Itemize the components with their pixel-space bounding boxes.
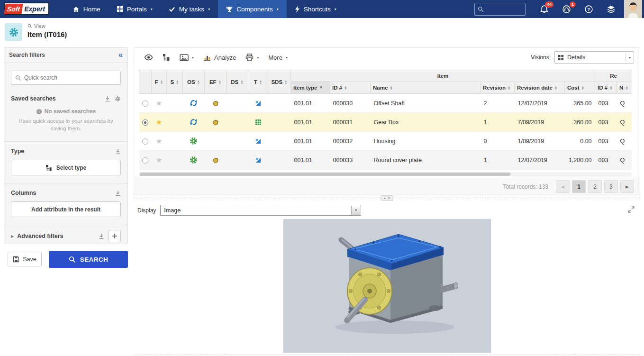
eye-icon <box>144 54 153 61</box>
results-table: F▲▼ S▲▼ OS▲▼ EF▲▼ DS▲▼ T▲▼ SDS▲▼ Item Re… <box>139 70 632 170</box>
search-filters-panel: Search filters « Saved searches No saved… <box>4 47 128 244</box>
structure-button[interactable] <box>158 51 174 64</box>
sort-icon: ▲▼ <box>554 85 557 90</box>
table-row[interactable]: ★ 001.01 000033 Round cover plate 1 12/0… <box>139 151 632 170</box>
column-header-re-n[interactable]: N▲▼ <box>617 82 632 94</box>
display-select[interactable]: Image ▾ <box>160 205 361 216</box>
pin-icon[interactable] <box>105 96 110 102</box>
nav-label: Portals <box>127 6 147 13</box>
nav-label: Home <box>83 6 100 13</box>
print-button[interactable]: ▾ <box>241 51 263 64</box>
saved-searches-title: Saved searches <box>11 95 56 102</box>
notifications-button[interactable]: 44 <box>533 0 555 18</box>
sync-icon <box>190 118 198 126</box>
floppy-icon <box>13 256 19 263</box>
table-row[interactable]: ★ 001.01 000030 Offset Shaft 2 12/07/201… <box>139 94 632 113</box>
tree-icon <box>45 164 52 171</box>
visions-dropdown[interactable]: Details ▾ <box>554 51 634 64</box>
column-header-re-id[interactable]: ID #▲▼ <box>595 82 617 94</box>
row-radio[interactable] <box>142 119 148 126</box>
group-header-re: Re <box>595 70 632 82</box>
save-search-button[interactable]: Save <box>8 252 42 266</box>
column-header-ds[interactable]: DS▲▼ <box>227 70 248 94</box>
nav-portals[interactable]: Portals ▾ <box>109 0 161 18</box>
row-radio[interactable] <box>142 157 148 164</box>
sort-icon: ▲▼ <box>625 85 628 90</box>
sync-icon <box>190 99 198 107</box>
add-filter-button[interactable] <box>109 230 121 242</box>
column-header-id[interactable]: ID #▲▼ <box>330 82 371 94</box>
row-radio[interactable] <box>142 138 148 145</box>
column-header-s[interactable]: S▲▼ <box>167 70 183 94</box>
column-header-f[interactable]: F▲▼ <box>152 70 167 94</box>
select-type-button[interactable]: Select type <box>11 160 121 175</box>
analyze-button[interactable]: Analyze <box>199 51 240 64</box>
sort-desc-icon: ▼ <box>319 85 323 90</box>
gear-icon[interactable] <box>115 96 121 102</box>
display-image-button[interactable]: ▾ <box>175 51 198 64</box>
add-attribute-button[interactable]: Add attribute in the result <box>11 201 121 217</box>
pin-icon[interactable] <box>99 233 104 239</box>
logo-soft-text: Soft <box>4 4 23 14</box>
favorite-star-icon[interactable]: ★ <box>156 156 162 164</box>
modules-button[interactable] <box>600 0 622 18</box>
nav-my-tasks[interactable]: My tasks ▾ <box>161 0 218 18</box>
column-header-ef[interactable]: EF▲▼ <box>205 70 227 94</box>
advanced-filters-row[interactable]: ▶ Advanced filters <box>11 230 121 242</box>
column-header-item-type[interactable]: Item type▼ <box>291 82 330 94</box>
layers-icon <box>607 5 616 14</box>
page-title: Item (IT016) <box>27 30 67 38</box>
horizontal-scrollbar[interactable] <box>139 172 632 176</box>
nav-components[interactable]: Components ▾ <box>218 0 287 18</box>
favorite-star-icon[interactable]: ★ <box>156 99 162 107</box>
column-header-revision-date[interactable]: Revision date▲▼ <box>515 82 565 94</box>
search-icon <box>15 75 21 81</box>
view-record-button[interactable] <box>140 51 157 64</box>
sort-icon: ▲▼ <box>176 80 179 84</box>
global-search-input[interactable] <box>486 6 524 12</box>
help-button[interactable]: ? <box>578 0 600 18</box>
next-page-button[interactable]: ▶ <box>620 180 634 193</box>
collapse-sidebar-icon[interactable]: « <box>118 51 123 59</box>
scrollbar-thumb[interactable] <box>140 173 510 176</box>
table-row-selected[interactable]: ★ 001.01 000031 Gear Box 1 7/09/2019 360… <box>139 113 632 132</box>
column-header-name[interactable]: Name▲▼ <box>371 82 481 94</box>
panel-splitter[interactable]: ▲▼ <box>134 198 640 198</box>
user-avatar[interactable] <box>624 0 642 18</box>
quick-search-input[interactable] <box>24 74 112 81</box>
sort-icon: ▲▼ <box>218 80 221 84</box>
chevron-down-icon: ▾ <box>208 7 210 11</box>
row-radio[interactable] <box>142 100 148 107</box>
printer-icon <box>245 54 254 61</box>
expand-panel-button[interactable] <box>627 206 635 213</box>
sort-icon: ▲▼ <box>508 85 510 90</box>
column-header-os[interactable]: OS▲▼ <box>183 70 205 94</box>
softexpert-logo[interactable]: Soft Expert <box>4 2 49 15</box>
page-button-3[interactable]: 3 <box>604 180 618 193</box>
table-row[interactable]: ★ 001.01 000032 Housing 0 1/09/2019 0.00… <box>139 132 632 151</box>
prev-page-button[interactable]: ◀ <box>556 180 570 193</box>
page-button-2[interactable]: 2 <box>588 180 602 193</box>
quick-search-box[interactable] <box>11 71 121 85</box>
search-button[interactable]: SEARCH <box>49 251 128 268</box>
advanced-filters-label: Advanced filters <box>17 233 63 239</box>
logo-expert-text: Expert <box>22 5 45 13</box>
page-button-1[interactable]: 1 <box>572 180 586 193</box>
nav-shortcuts[interactable]: Shortcuts ▾ <box>287 0 345 18</box>
nav-home[interactable]: Home <box>64 0 109 18</box>
column-header-cost[interactable]: Cost▲▼ <box>565 82 595 94</box>
search-icon <box>478 6 484 12</box>
column-header-revision[interactable]: Revision▲▼ <box>481 82 515 94</box>
gear-icon <box>190 137 198 145</box>
splitter-handle-icon[interactable]: ▲▼ <box>381 195 393 201</box>
pin-icon[interactable] <box>115 148 121 155</box>
gearbox-3d-render <box>283 219 491 353</box>
global-search-box[interactable] <box>474 3 526 16</box>
more-button[interactable]: More ▾ <box>264 51 292 64</box>
favorite-star-icon[interactable]: ★ <box>156 137 162 145</box>
column-header-t[interactable]: T▲▼ <box>248 70 268 94</box>
column-header-sds[interactable]: SDS▲▼ <box>268 70 291 94</box>
support-button[interactable]: 1 <box>555 0 578 18</box>
pin-icon[interactable] <box>115 190 121 196</box>
favorite-star-icon[interactable]: ★ <box>156 118 162 126</box>
